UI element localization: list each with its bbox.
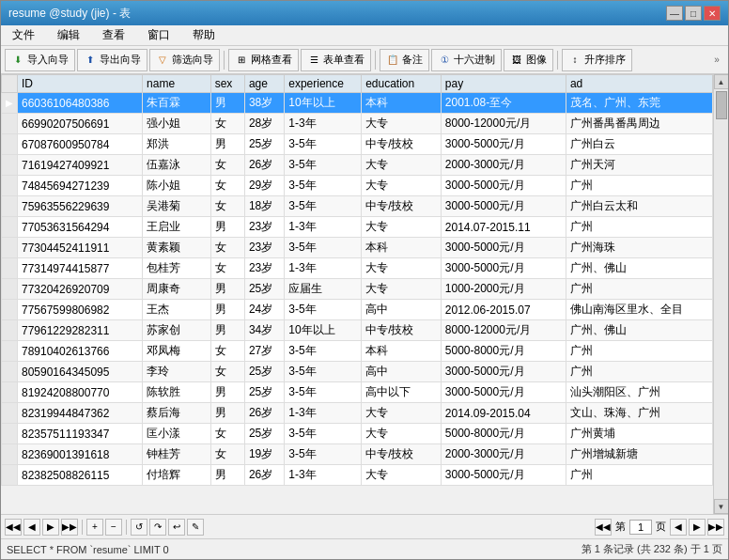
- cell-sex: 女: [210, 258, 244, 279]
- page-prev-button[interactable]: ◀: [670, 519, 687, 536]
- cell-id: 82319944847362: [18, 403, 143, 424]
- cell-age: 26岁: [244, 465, 284, 486]
- nav-last-button[interactable]: ▶▶: [61, 519, 78, 536]
- page-first-button[interactable]: ◀◀: [595, 519, 612, 536]
- vertical-scrollbar[interactable]: ▲ ▼: [713, 74, 728, 514]
- table-row[interactable]: 77053631564294王启业男23岁1-3年大专2014.07-2015.…: [2, 217, 713, 238]
- grid-view-button[interactable]: ⊞ 网格查看: [228, 49, 299, 71]
- table-row[interactable]: 82382508826115付培辉男26岁1-3年大专3000-5000元/月广…: [2, 465, 713, 486]
- status-bar: SELECT * FROM `resume` LIMIT 0 第 1 条记录 (…: [1, 538, 728, 559]
- table-row[interactable]: 71619427409921伍嘉泳女26岁3-5年大专2000-3000元/月广…: [2, 155, 713, 176]
- table-row[interactable]: 77304452411911黄素颖女23岁3-5年本科3000-5000元/月广…: [2, 238, 713, 258]
- nav-add-button[interactable]: +: [86, 519, 103, 536]
- column-header-experience[interactable]: experience: [285, 75, 362, 93]
- cell-name: 陈软胜: [143, 382, 211, 403]
- nav-delete-button[interactable]: −: [105, 519, 122, 536]
- table-row[interactable]: ▶66036106480386朱百霖男38岁10年以上本科2001.08-至今茂…: [2, 93, 713, 114]
- cell-name: 匡小漾: [143, 424, 211, 444]
- window-title: resume @study (jie) - 表: [8, 6, 131, 22]
- table-row[interactable]: 67087600950784郑洪男25岁3-5年中专/技校3000-5000元/…: [2, 134, 713, 155]
- cell-name: 包桂芳: [143, 258, 211, 279]
- table-row[interactable]: 81924208800770陈软胜男25岁3-5年高中以下3000-5000元/…: [2, 382, 713, 403]
- form-view-button[interactable]: ☰ 表单查看: [301, 49, 371, 71]
- nav-first-button[interactable]: ◀◀: [5, 519, 22, 536]
- close-button[interactable]: ✕: [704, 6, 721, 21]
- cell-age: 25岁: [244, 279, 284, 300]
- hex-button[interactable]: ① 十六进制: [431, 49, 502, 71]
- table-row[interactable]: 66990207506691强小姐女28岁1-3年大专8000-12000元/月…: [2, 114, 713, 134]
- backup-button[interactable]: 📋 备注: [380, 49, 429, 71]
- nav-prev-button[interactable]: ◀: [23, 519, 40, 536]
- nav-redo-button[interactable]: ↷: [149, 519, 166, 536]
- cell-experience: 1-3年: [285, 403, 362, 424]
- nav-edit-button[interactable]: ✎: [187, 519, 204, 536]
- cell-experience: 3-5年: [285, 196, 362, 217]
- image-button[interactable]: 🖼 图像: [504, 49, 553, 71]
- column-header-education[interactable]: education: [362, 75, 442, 93]
- row-indicator: [2, 176, 18, 196]
- cell-ad: 广州番禺番禺周边: [566, 114, 712, 134]
- cell-education: 高中以下: [362, 382, 442, 403]
- cell-sex: 男: [210, 134, 244, 155]
- column-header-ad[interactable]: ad: [566, 75, 712, 93]
- cell-education: 大专: [362, 114, 442, 134]
- page-last-button[interactable]: ▶▶: [707, 519, 724, 536]
- nav-next-button[interactable]: ▶: [42, 519, 59, 536]
- column-header-id[interactable]: ID: [18, 75, 143, 93]
- page-number-input[interactable]: [629, 520, 652, 535]
- column-header-sex[interactable]: sex: [210, 75, 244, 93]
- filter-wizard-button[interactable]: ▽ 筛选向导: [149, 49, 220, 71]
- import-wizard-button[interactable]: ⬇ 导入向导: [5, 49, 75, 71]
- table-row[interactable]: 78910402613766邓凤梅女27岁3-5年本科5000-8000元/月广…: [2, 341, 713, 362]
- sort-button[interactable]: ↕ 升序排序: [562, 49, 632, 71]
- cell-education: 大专: [362, 258, 442, 279]
- nav-undo-button[interactable]: ↺: [131, 519, 147, 536]
- table-row[interactable]: 82319944847362蔡后海男26岁1-3年大专2014.09-2015.…: [2, 403, 713, 424]
- export-wizard-button[interactable]: ⬆ 导出向导: [77, 49, 147, 71]
- sort-icon: ↕: [568, 54, 582, 67]
- toolbar-expand-button[interactable]: »: [709, 53, 724, 68]
- row-indicator: [2, 320, 18, 341]
- table-row[interactable]: 77320426920709周康奇男25岁应届生大专1000-2000元/月广州: [2, 279, 713, 300]
- cell-id: 77961229282311: [18, 320, 143, 341]
- cell-id: 67087600950784: [18, 134, 143, 155]
- table-row[interactable]: 77961229282311苏家创男34岁10年以上中专/技校8000-1200…: [2, 320, 713, 341]
- menu-window[interactable]: 窗口: [140, 25, 178, 45]
- table-row[interactable]: 75963556229639吴港菊女18岁3-5年中专/技校3000-5000元…: [2, 196, 713, 217]
- nav-refresh-button[interactable]: ↩: [168, 519, 185, 536]
- column-header-age[interactable]: age: [244, 75, 284, 93]
- cell-education: 高中: [362, 362, 442, 382]
- maximize-button[interactable]: □: [685, 6, 702, 21]
- column-header-name[interactable]: name: [143, 75, 211, 93]
- cell-name: 吴港菊: [143, 196, 211, 217]
- page-next-button[interactable]: ▶: [689, 519, 706, 536]
- menu-edit[interactable]: 编辑: [50, 25, 87, 45]
- scroll-up-arrow[interactable]: ▲: [714, 74, 729, 89]
- table-row[interactable]: 82357511193347匡小漾女25岁3-5年大专5000-8000元/月广…: [2, 424, 713, 444]
- cell-age: 23岁: [244, 258, 284, 279]
- cell-age: 28岁: [244, 114, 284, 134]
- cell-id: 82357511193347: [18, 424, 143, 444]
- cell-ad: 广州、佛山: [566, 320, 712, 341]
- table-row[interactable]: 82369001391618钟桂芳女19岁3-5年中专/技校2000-3000元…: [2, 444, 713, 465]
- cell-ad: 广州黄埔: [566, 424, 712, 444]
- table-row[interactable]: 80590164345095李玲女25岁3-5年高中3000-5000元/月广州: [2, 362, 713, 382]
- cell-education: 大专: [362, 403, 442, 424]
- cell-id: 77314974415877: [18, 258, 143, 279]
- menu-help[interactable]: 帮助: [185, 25, 223, 45]
- cell-sex: 女: [210, 176, 244, 196]
- table-row[interactable]: 77567599806982王杰男24岁3-5年高中2012.06-2015.0…: [2, 300, 713, 320]
- scroll-down-arrow[interactable]: ▼: [714, 499, 729, 514]
- table-row[interactable]: 74845694271239陈小姐女29岁3-5年大专3000-5000元/月广…: [2, 176, 713, 196]
- menu-view[interactable]: 查看: [95, 25, 132, 45]
- minimize-button[interactable]: —: [666, 6, 683, 21]
- scroll-thumb[interactable]: [716, 91, 727, 119]
- table-scroll-container[interactable]: ID name sex age experience education pay…: [1, 74, 713, 514]
- column-header-pay[interactable]: pay: [441, 75, 566, 93]
- table-row[interactable]: 77314974415877包桂芳女23岁1-3年大专3000-5000元/月广…: [2, 258, 713, 279]
- menu-file[interactable]: 文件: [5, 25, 42, 45]
- cell-sex: 女: [210, 444, 244, 465]
- cell-sex: 女: [210, 362, 244, 382]
- cell-ad: 广州: [566, 217, 712, 238]
- row-indicator: [2, 341, 18, 362]
